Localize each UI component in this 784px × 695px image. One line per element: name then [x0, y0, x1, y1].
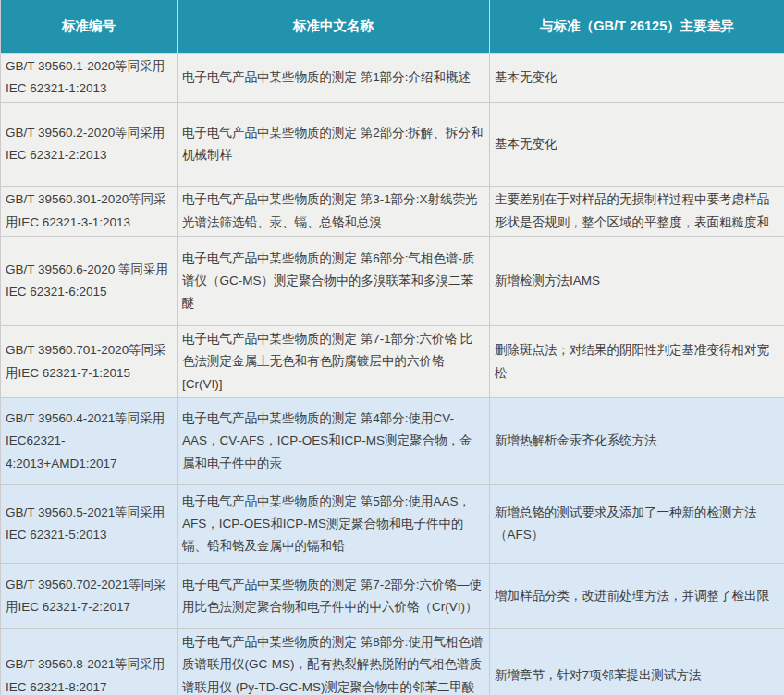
- difference-cell: 基本无变化: [490, 103, 784, 187]
- standard-code-cell: GB/T 39560.2-2020等同采用IEC 62321-2:2013: [1, 103, 178, 187]
- standard-code-cell: GB/T 39560.301-2020等同采用IEC 62321-3-1:201…: [1, 187, 178, 237]
- standard-code-cell: GB/T 39560.6-2020 等同采用 IEC 62321-6:2015: [1, 237, 178, 326]
- header-cell-standard-name: 标准中文名称: [178, 0, 490, 53]
- table-row: GB/T 39560.301-2020等同采用IEC 62321-3-1:201…: [1, 187, 784, 237]
- header-cell-standard-code: 标准编号: [1, 0, 178, 53]
- table-row: GB/T 39560.701-2020等同采用IEC 62321-7-1:201…: [1, 326, 784, 398]
- table-row: GB/T 39560.8-2021等同采用 IEC 62321-8:2017 电…: [1, 628, 784, 695]
- standard-name-cell: 电子电气产品中某些物质的测定 第2部分:拆解、拆分和机械制样: [178, 103, 490, 187]
- standard-code-cell: GB/T 39560.1-2020等同采用IEC 62321-1:2013: [1, 53, 178, 103]
- standard-name-cell: 电子电气产品中某些物质的测定 第8部分:使用气相色谱质谱联用仪(GC-MS)，配…: [178, 628, 490, 695]
- standard-name-cell: 电子电气产品中某些物质的测定 第4部分:使用CV-AAS，CV-AFS，ICP-…: [178, 397, 490, 484]
- table-row: GB/T 39560.4-2021等同采用IEC62321-4:2013+AMD…: [1, 397, 784, 484]
- table-row: GB/T 39560.702-2021等同采用IEC 62321-7-2:201…: [1, 563, 784, 628]
- standard-name-cell: 电子电气产品中某些物质的测定 第3-1部分:X射线荧光光谱法筛选铅、汞、镉、总铬…: [178, 187, 490, 237]
- standard-code-cell: GB/T 39560.702-2021等同采用IEC 62321-7-2:201…: [1, 563, 178, 628]
- table-row: GB/T 39560.2-2020等同采用IEC 62321-2:2013 电子…: [1, 103, 784, 187]
- difference-cell: 删除斑点法；对结果的阴阳性判定基准变得相对宽松: [490, 326, 784, 398]
- standard-code-cell: GB/T 39560.4-2021等同采用IEC62321-4:2013+AMD…: [1, 397, 178, 484]
- difference-cell: 新增检测方法IAMS: [490, 237, 784, 326]
- standard-name-cell: 电子电气产品中某些物质的测定 第5部分:使用AAS，AFS，ICP-OES和IC…: [178, 484, 490, 563]
- difference-cell: 新增章节，针对7项邻苯提出测试方法: [490, 628, 784, 695]
- table-header-row: 标准编号 标准中文名称 与标准（GB/T 26125）主要差异: [1, 0, 784, 53]
- standard-name-cell: 电子电气产品中某些物质的测定 第7-1部分:六价铬 比色法测定金属上无色和有色防…: [178, 326, 490, 398]
- standard-code-cell: GB/T 39560.701-2020等同采用IEC 62321-7-1:201…: [1, 326, 178, 398]
- standard-code-cell: GB/T 39560.5-2021等同采用 IEC 62321-5:2013: [1, 484, 178, 563]
- standard-code-cell: GB/T 39560.8-2021等同采用 IEC 62321-8:2017: [1, 628, 178, 695]
- page: 标准编号 标准中文名称 与标准（GB/T 26125）主要差异 GB/T 395…: [0, 0, 784, 695]
- difference-cell: 新增热解析金汞齐化系统方法: [490, 397, 784, 484]
- standard-name-cell: 电子电气产品中某些物质的测定 第6部分:气相色谱-质谱仪（GC-MS）测定聚合物…: [178, 237, 490, 326]
- difference-cell: 主要差别在于对样品的无损制样过程中要考虑样品形状是否规则，整个区域的平整度，表面…: [490, 187, 784, 237]
- table-row: GB/T 39560.5-2021等同采用 IEC 62321-5:2013 电…: [1, 484, 784, 563]
- header-cell-main-differences: 与标准（GB/T 26125）主要差异: [490, 0, 784, 53]
- standard-name-cell: 电子电气产品中某些物质的测定 第1部分:介绍和概述: [178, 53, 490, 103]
- table-row: GB/T 39560.6-2020 等同采用 IEC 62321-6:2015 …: [1, 237, 784, 326]
- table-row: GB/T 39560.1-2020等同采用IEC 62321-1:2013 电子…: [1, 53, 784, 103]
- standard-name-cell: 电子电气产品中某些物质的测定 第7-2部分:六价铬—使用比色法测定聚合物和电子件…: [178, 563, 490, 628]
- difference-cell: 基本无变化: [490, 53, 784, 103]
- difference-cell: 增加样品分类，改进前处理方法，并调整了检出限: [490, 563, 784, 628]
- difference-cell: 新增总铬的测试要求及添加了一种新的检测方法（AFS）: [490, 484, 784, 563]
- standards-comparison-table: 标准编号 标准中文名称 与标准（GB/T 26125）主要差异 GB/T 395…: [0, 0, 784, 695]
